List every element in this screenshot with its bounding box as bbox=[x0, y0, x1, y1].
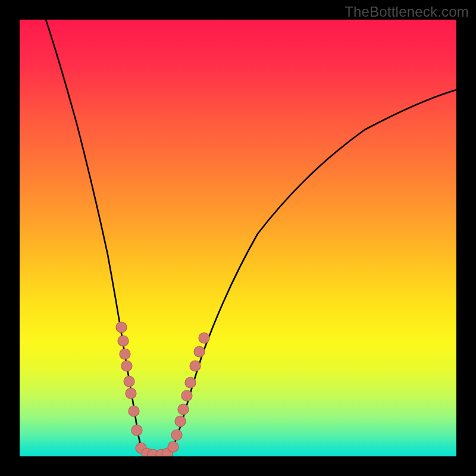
right-curve bbox=[171, 90, 456, 454]
data-point bbox=[168, 441, 178, 452]
data-point bbox=[171, 430, 182, 440]
data-point bbox=[185, 377, 196, 388]
data-point bbox=[121, 361, 132, 371]
data-point bbox=[124, 376, 134, 387]
data-point bbox=[118, 336, 129, 346]
data-point bbox=[199, 333, 209, 343]
data-point bbox=[120, 349, 130, 359]
data-point bbox=[131, 425, 142, 436]
data-point bbox=[190, 361, 201, 371]
data-point bbox=[129, 406, 139, 416]
watermark-text: TheBottleneck.com bbox=[345, 4, 469, 20]
data-point bbox=[181, 390, 192, 401]
data-point bbox=[175, 416, 186, 427]
data-point bbox=[194, 346, 205, 357]
chart-svg bbox=[20, 20, 456, 456]
scatter-right bbox=[156, 333, 209, 456]
data-point bbox=[178, 404, 189, 415]
chart-frame: TheBottleneck.com bbox=[0, 0, 476, 476]
plot-area bbox=[20, 20, 456, 456]
scatter-left bbox=[116, 322, 158, 456]
data-point bbox=[126, 388, 136, 399]
data-point bbox=[116, 322, 127, 333]
